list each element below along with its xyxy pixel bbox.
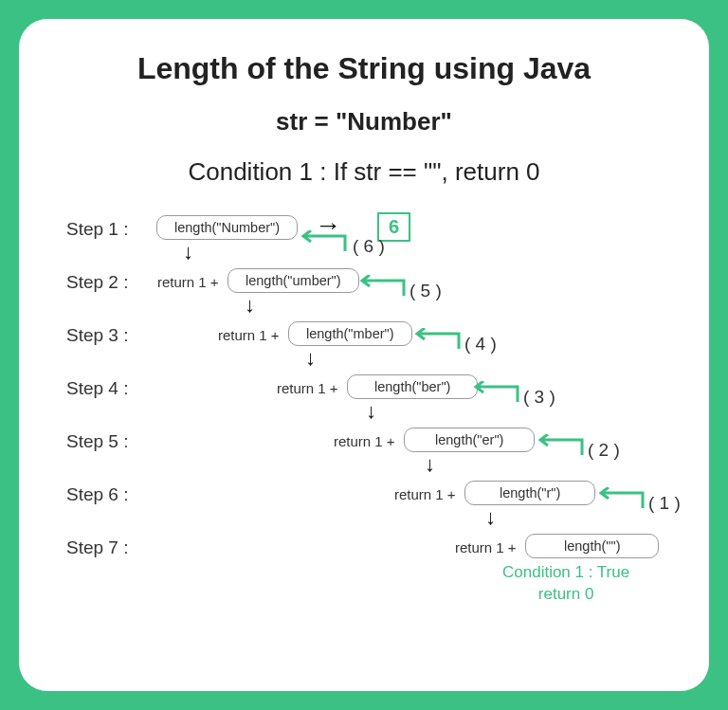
step-row: Step 2 : return 1 + length("umber") ( 5 … xyxy=(66,268,662,329)
subtitle: str = "Number" xyxy=(66,107,662,137)
step-row: Step 6 : return 1 + length("r") ( 1 ) ↓ xyxy=(66,481,662,541)
return-value: ( 6 ) xyxy=(353,236,385,257)
return-value: ( 3 ) xyxy=(523,387,555,408)
step-label: Step 6 : xyxy=(66,484,129,505)
down-arrow-icon: ↓ xyxy=(485,507,496,528)
step-row: Step 4 : return 1 + length("ber") ( 3 ) … xyxy=(66,374,662,435)
return-value: ( 4 ) xyxy=(464,334,497,355)
step-row: Step 3 : return 1 + length("mber") ( 4 )… xyxy=(66,321,662,382)
step-row: Step 7 : return 1 + length("") Condition… xyxy=(66,534,662,594)
call-box: length("") xyxy=(525,534,659,558)
step-label: Step 5 : xyxy=(66,431,129,452)
down-arrow-icon: ↓ xyxy=(305,348,316,369)
card: Length of the String using Java str = "N… xyxy=(19,19,709,691)
step-label: Step 2 : xyxy=(66,272,129,293)
return-value: ( 1 ) xyxy=(648,493,681,514)
return-prefix: return 1 + xyxy=(277,380,338,396)
page: Length of the String using Java str = "N… xyxy=(0,0,728,710)
down-arrow-icon: ↓ xyxy=(245,295,255,316)
step-label: Step 1 : xyxy=(66,219,129,240)
down-arrow-icon: ↓ xyxy=(366,401,376,422)
step-row: Step 1 : length("Number") → 6 ( 6 ) ↓ xyxy=(66,215,662,276)
return-arrow-icon xyxy=(538,434,584,457)
right-arrow-icon: → xyxy=(315,212,341,239)
call-box: length("mber") xyxy=(288,321,412,346)
return-value: ( 2 ) xyxy=(588,440,620,461)
call-box: length("umber") xyxy=(228,268,359,293)
steps-diagram: Step 1 : length("Number") → 6 ( 6 ) ↓ St… xyxy=(66,215,662,623)
return-arrow-icon xyxy=(360,275,406,298)
return-value: ( 5 ) xyxy=(410,281,442,301)
return-arrow-icon xyxy=(599,487,645,510)
condition-1: Condition 1 : If str == "", return 0 xyxy=(66,157,662,187)
step-label: Step 3 : xyxy=(66,325,129,346)
page-title: Length of the String using Java xyxy=(66,51,662,86)
return-prefix: return 1 + xyxy=(394,486,456,502)
call-box: length("Number") xyxy=(156,215,298,240)
step-label: Step 7 : xyxy=(66,537,129,558)
step-row: Step 5 : return 1 + length("er") ( 2 ) ↓ xyxy=(66,428,662,488)
return-prefix: return 1 + xyxy=(334,433,395,449)
down-arrow-icon: ↓ xyxy=(425,454,435,475)
return-arrow-icon xyxy=(415,328,461,351)
base-case-text: Condition 1 : True return 0 xyxy=(502,562,629,606)
return-arrow-icon xyxy=(474,381,519,404)
return-prefix: return 1 + xyxy=(455,539,517,555)
call-box: length("r") xyxy=(464,481,595,505)
return-prefix: return 1 + xyxy=(157,274,219,290)
cond-true-line2: return 0 xyxy=(538,585,594,603)
call-box: length("er") xyxy=(404,428,535,452)
return-prefix: return 1 + xyxy=(218,327,280,343)
step-label: Step 4 : xyxy=(66,378,129,399)
down-arrow-icon: ↓ xyxy=(183,242,193,263)
cond-true-line1: Condition 1 : True xyxy=(502,563,629,581)
call-box: length("ber") xyxy=(347,374,478,399)
